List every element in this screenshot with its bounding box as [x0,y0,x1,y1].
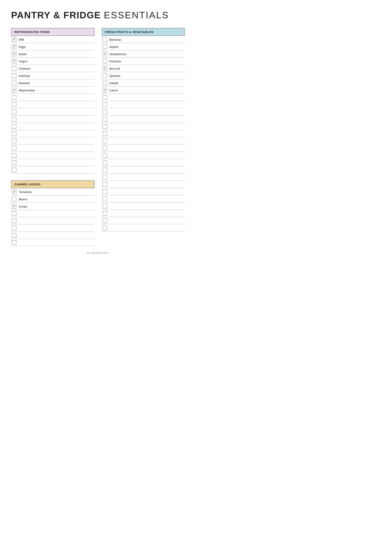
list-item[interactable] [11,145,94,152]
list-item[interactable] [11,101,94,108]
list-item[interactable] [102,137,185,145]
checkbox[interactable] [103,189,107,194]
list-item[interactable]: ✓Tomatoes [11,188,94,195]
checkbox[interactable] [103,175,107,179]
checkbox[interactable] [12,146,16,150]
list-item[interactable]: ✓Butter [11,50,94,58]
checkbox[interactable] [103,59,107,63]
list-item[interactable]: ✓Yogurt [11,58,94,65]
checkbox[interactable]: ✓ [12,190,16,194]
list-item[interactable]: ✓Carrot [102,87,185,94]
checkbox[interactable]: ✓ [12,204,16,208]
list-item[interactable] [102,181,185,188]
list-item[interactable] [11,224,94,232]
list-item[interactable] [11,137,94,145]
list-item[interactable]: ✓Soups [11,203,94,210]
list-item[interactable] [102,101,185,108]
list-item[interactable] [102,145,185,152]
list-item[interactable]: Ketchup [11,72,94,79]
checkbox[interactable] [12,139,16,143]
list-item[interactable] [102,108,185,116]
list-item[interactable] [11,123,94,130]
list-item[interactable] [102,152,185,159]
list-item[interactable]: Spinach [102,72,185,79]
checkbox[interactable] [12,124,16,129]
list-item[interactable] [102,210,185,217]
list-item[interactable]: Peaches [102,58,185,65]
checkbox[interactable] [12,81,16,85]
checkbox[interactable] [12,117,16,121]
list-item[interactable] [11,217,94,224]
checkbox[interactable]: ✓ [12,44,16,49]
list-item[interactable] [11,152,94,159]
checkbox[interactable] [103,44,107,49]
list-item[interactable]: ✓Broccoli [102,65,185,72]
checkbox[interactable] [12,95,16,100]
checkbox[interactable] [12,240,16,245]
list-item[interactable] [11,94,94,101]
list-item[interactable]: Mustard [11,79,94,87]
list-item[interactable] [11,108,94,116]
checkbox[interactable] [103,211,107,216]
checkbox[interactable] [12,110,16,114]
list-item[interactable] [102,94,185,101]
list-item[interactable] [102,195,185,202]
list-item[interactable]: Apples [102,43,185,50]
list-item[interactable] [102,159,185,166]
checkbox[interactable] [103,168,107,172]
checkbox[interactable] [12,233,16,237]
checkbox[interactable] [103,74,107,78]
checkbox[interactable] [12,226,16,230]
checkbox[interactable]: ✓ [103,52,107,56]
checkbox[interactable] [103,139,107,143]
checkbox[interactable]: ✓ [103,66,107,71]
checkbox[interactable] [103,226,107,230]
list-item[interactable]: Bananas [102,36,185,43]
checkbox[interactable] [103,153,107,158]
checkbox[interactable] [12,197,16,201]
checkbox[interactable] [12,168,16,172]
checkbox[interactable]: ✓ [12,52,16,56]
checkbox[interactable]: ✓ [103,88,107,92]
checkbox[interactable]: ✓ [12,59,16,63]
checkbox[interactable] [103,160,107,165]
checkbox[interactable] [103,95,107,100]
list-item[interactable]: Beans [11,195,94,203]
checkbox[interactable] [12,153,16,158]
list-item[interactable]: Salads [102,79,185,87]
checkbox[interactable] [12,103,16,107]
checkbox[interactable] [103,81,107,85]
checkbox[interactable] [103,110,107,114]
checkbox[interactable]: ✓ [12,88,16,92]
checkbox[interactable] [103,37,107,42]
checkbox[interactable]: ✓ [12,37,16,42]
checkbox[interactable] [103,204,107,208]
checkbox[interactable] [103,132,107,136]
list-item[interactable] [11,166,94,173]
list-item[interactable] [11,239,94,246]
list-item[interactable] [11,232,94,239]
checkbox[interactable] [103,218,107,223]
checkbox[interactable] [103,197,107,201]
list-item[interactable] [102,173,185,181]
list-item[interactable] [102,116,185,123]
list-item[interactable] [11,130,94,137]
checkbox[interactable] [12,66,16,71]
checkbox[interactable] [12,132,16,136]
checkbox[interactable] [103,124,107,129]
checkbox[interactable] [103,182,107,187]
checkbox[interactable] [12,74,16,78]
checkbox[interactable] [103,146,107,150]
list-item[interactable]: ✓Eggs [11,43,94,50]
list-item[interactable] [102,130,185,137]
checkbox[interactable] [12,211,16,216]
list-item[interactable] [102,188,185,195]
checkbox[interactable] [103,117,107,121]
checkbox[interactable] [12,219,16,223]
list-item[interactable]: Cheeses [11,65,94,72]
list-item[interactable] [102,123,185,130]
checkbox[interactable] [103,103,107,107]
checkbox[interactable] [12,160,16,165]
list-item[interactable] [11,159,94,166]
list-item[interactable]: ✓Milk [11,36,94,43]
